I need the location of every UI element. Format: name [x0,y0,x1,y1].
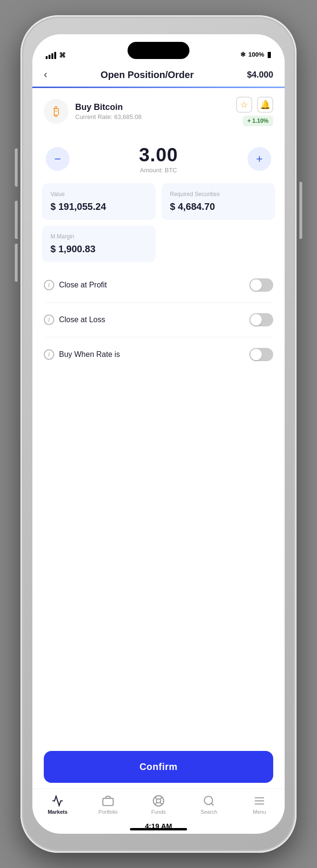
svg-line-6 [155,802,157,805]
nav-label-markets: Markets [48,809,68,815]
signal-bars [46,52,56,59]
toggle-left-profit: i Close at Profit [44,280,107,290]
nav-item-menu[interactable]: Menu [243,795,276,815]
nav-item-search[interactable]: Search [192,795,226,815]
bottom-nav: Markets Portfolio [32,789,285,824]
nav-item-markets[interactable]: Markets [41,795,74,815]
toggle-switch-profit[interactable] [249,278,273,292]
required-amount: $ 4,684.70 [170,201,267,212]
svg-point-7 [204,796,212,804]
amount-section: − 3.00 Amount: BTC + [32,135,285,183]
asset-actions: ☆ 🔔 [236,97,273,113]
svg-line-5 [160,797,162,799]
back-button[interactable]: ‹ [44,69,47,81]
phone-wrapper: ⌘ 4:19 AM ✻ 100% ▮ ‹ Open Position/Order… [0,0,317,868]
battery-icon: ▮ [267,50,271,59]
asset-name: Buy Bitcoin [75,102,142,112]
toggle-switch-loss[interactable] [249,313,273,326]
status-right: ✻ 100% ▮ [240,50,271,59]
value-amount: $ 191,055.24 [50,201,147,212]
svg-line-3 [155,797,157,799]
wifi-icon: ⌘ [59,51,66,59]
svg-point-2 [157,799,161,803]
toggle-label-loss: Close at Loss [59,316,105,324]
signal-bar-3 [51,53,53,59]
rate-label: Current Rate: [75,113,112,120]
stats-grid: Value $ 191,055.24 Required Securities $… [32,183,285,268]
amount-unit: Amount: BTC [139,167,178,174]
info-icon-rate[interactable]: i [44,349,54,360]
nav-item-funds[interactable]: Funds [142,795,175,815]
toggle-row-profit: i Close at Profit [44,268,273,303]
info-icon-loss[interactable]: i [44,315,54,325]
plus-icon: + [256,152,263,166]
signal-bar-2 [49,55,50,59]
nav-label-search: Search [201,809,218,815]
toggle-label-rate: Buy When Rate is [59,350,120,359]
signal-bar-1 [46,56,48,59]
portfolio-icon [102,795,114,807]
spacer [32,372,285,743]
toggle-switch-rate[interactable] [249,348,273,361]
toggle-left-loss: i Close at Loss [44,315,105,325]
signal-bar-4 [54,52,56,59]
funds-icon [152,795,165,807]
header: ‹ Open Position/Order $4.000 [32,63,285,87]
asset-rate: Current Rate: 63,685.08 [75,113,142,120]
margin-amount: $ 1,900.83 [50,244,147,255]
margin-label: M.Margin [50,233,147,240]
nav-item-portfolio[interactable]: Portfolio [91,795,125,815]
svg-line-8 [211,803,214,806]
nav-label-portfolio: Portfolio [99,809,118,815]
decrease-button[interactable]: − [46,147,69,171]
nav-label-menu: Menu [253,809,266,815]
menu-icon [253,795,266,807]
phone-screen: ⌘ 4:19 AM ✻ 100% ▮ ‹ Open Position/Order… [32,34,285,834]
svg-line-4 [160,802,162,805]
markets-icon [51,795,64,807]
asset-left: ₿ Buy Bitcoin Current Rate: 63,685.08 [44,99,142,124]
svg-rect-0 [103,799,113,806]
change-badge: + 1.10% [243,116,273,126]
search-icon [203,795,215,807]
amount-display: 3.00 Amount: BTC [139,144,178,174]
asset-right: ☆ 🔔 + 1.10% [236,97,273,126]
star-icon: ☆ [240,99,248,110]
bell-icon: 🔔 [260,99,270,110]
required-label: Required Securities [170,191,267,197]
nav-label-funds: Funds [151,809,166,815]
toggle-section: i Close at Profit i Close at Loss i Bu [32,268,285,372]
confirm-button[interactable]: Confirm [44,751,273,783]
minus-icon: − [54,152,61,166]
status-left: ⌘ [46,51,66,59]
amount-value: 3.00 [139,144,178,166]
toggle-left-rate: i Buy When Rate is [44,349,120,360]
asset-icon: ₿ [44,99,69,124]
margin-card: M.Margin $ 1,900.83 [42,226,156,262]
asset-card: ₿ Buy Bitcoin Current Rate: 63,685.08 ☆ [32,88,285,135]
info-icon-profit[interactable]: i [44,280,54,290]
required-card: Required Securities $ 4,684.70 [161,183,275,220]
asset-info: Buy Bitcoin Current Rate: 63,685.08 [75,102,142,120]
toggle-label-profit: Close at Profit [59,281,107,289]
phone-frame: ⌘ 4:19 AM ✻ 100% ▮ ‹ Open Position/Order… [20,15,297,853]
confirm-section: Confirm [32,743,285,789]
toggle-row-loss: i Close at Loss [44,303,273,337]
increase-button[interactable]: + [248,147,271,171]
bluetooth-icon: ✻ [240,51,246,58]
bell-button[interactable]: 🔔 [257,97,273,113]
value-card: Value $ 191,055.24 [42,183,156,220]
toggle-row-rate: i Buy When Rate is [44,337,273,372]
value-label: Value [50,191,147,197]
page-title: Open Position/Order [100,69,194,80]
star-button[interactable]: ☆ [236,97,252,113]
header-amount: $4.000 [247,70,273,80]
bitcoin-symbol: ₿ [53,104,59,119]
dynamic-island [128,42,189,59]
status-time: 4:19 AM [145,822,172,830]
battery-percent: 100% [248,51,264,58]
rate-value: 63,685.08 [114,113,142,120]
